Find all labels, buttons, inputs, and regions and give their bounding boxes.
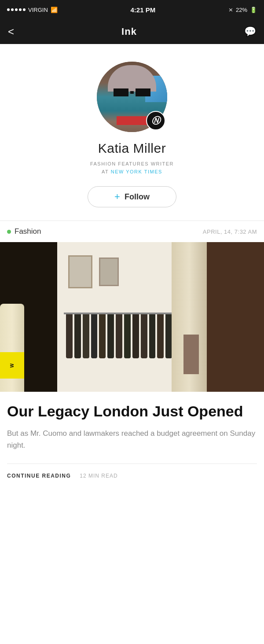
avatar-wrapper: Ⓝ [97, 62, 167, 132]
follow-plus-icon: + [114, 192, 120, 202]
art-frame-2 [99, 258, 119, 286]
article-excerpt: But as Mr. Cuomo and lawmakers reached a… [7, 427, 257, 451]
clothes-item [83, 314, 89, 358]
clothes-item [116, 314, 122, 358]
article-date: APRIL, 14, 7:32 AM [203, 228, 257, 235]
glasses-bridge [130, 91, 134, 94]
bottle-element: W [0, 304, 24, 392]
store-scene: W [0, 242, 264, 392]
nyt-badge: Ⓝ [146, 111, 165, 130]
article-section: Fashion APRIL, 14, 7:32 AM [0, 221, 264, 493]
wifi-icon: 📶 [51, 7, 58, 13]
nav-bar: < Ink 💬 [0, 19, 264, 44]
status-time: 4:21 PM [131, 6, 156, 14]
continue-reading-button[interactable]: CONTINUE READING [7, 473, 71, 479]
glasses-left [114, 88, 128, 96]
profile-title: FASHION FEATURES WRITER AT NEW YORK TIME… [90, 160, 174, 176]
carrier-label: VIRGIN [28, 7, 48, 13]
article-title: Our Legacy London Just Opened [7, 402, 257, 420]
store-right-door [207, 242, 264, 392]
article-image: W [0, 242, 264, 392]
message-icon[interactable]: 💬 [244, 26, 256, 37]
art-frame-1 [68, 255, 92, 288]
article-meta: Fashion APRIL, 14, 7:32 AM [0, 221, 264, 242]
clothes-item [74, 314, 81, 358]
signal-dots [7, 8, 26, 11]
status-bar: VIRGIN 📶 4:21 PM ⨯ 22% 🔋 [0, 0, 264, 19]
status-left: VIRGIN 📶 [7, 7, 58, 13]
clothes-item [99, 314, 106, 358]
clothes-item [91, 314, 98, 358]
profile-title-line1: FASHION FEATURES WRITER [90, 161, 174, 166]
profile-section: Ⓝ Katia Miller FASHION FEATURES WRITER A… [0, 44, 264, 221]
status-right: ⨯ 22% 🔋 [228, 7, 257, 13]
clothes-item [149, 314, 156, 358]
clothing-rack [59, 313, 187, 365]
bottle-text: W [10, 363, 15, 367]
bottle-label: W [0, 352, 24, 379]
article-category: Fashion [7, 227, 41, 236]
clothes-item [141, 314, 147, 358]
glasses-right [136, 88, 150, 96]
clothes-item [157, 314, 164, 358]
article-footer: CONTINUE READING 12 MIN READ [7, 464, 257, 488]
bluetooth-icon: ⨯ [228, 7, 233, 13]
clothes-items [66, 314, 180, 358]
app-title: Ink [121, 26, 137, 37]
follow-button[interactable]: + Follow [88, 186, 176, 207]
corridor-person [183, 335, 199, 374]
clothes-item [165, 314, 172, 358]
profile-at-prefix: AT [102, 169, 111, 174]
category-dot [7, 230, 11, 234]
battery-label: 22% [236, 7, 247, 13]
read-time-label: 12 MIN READ [80, 473, 117, 479]
clothes-item [132, 314, 139, 358]
nyt-badge-icon: Ⓝ [151, 116, 160, 125]
clothes-item [66, 314, 73, 358]
clothes-item [107, 314, 114, 358]
avatar-shirt [117, 116, 147, 125]
category-label: Fashion [15, 227, 41, 236]
battery-icon: 🔋 [250, 7, 257, 13]
avatar-glasses [114, 88, 150, 96]
article-content: Our Legacy London Just Opened But as Mr.… [0, 392, 264, 493]
profile-employer-link[interactable]: NEW YORK TIMES [111, 169, 162, 174]
clothes-item [124, 314, 131, 358]
follow-label: Follow [125, 192, 150, 202]
profile-name: Katia Miller [98, 141, 166, 156]
back-button[interactable]: < [8, 26, 14, 38]
